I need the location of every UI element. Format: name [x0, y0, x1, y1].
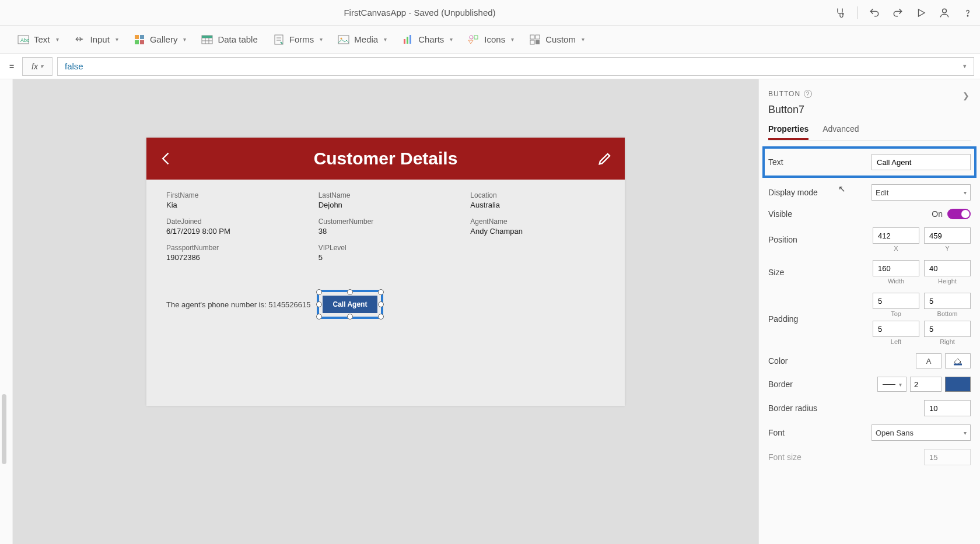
- field-value: 19072386: [166, 253, 301, 266]
- svg-point-0: [842, 13, 844, 14]
- ribbon-media[interactable]: Media▾: [338, 34, 387, 45]
- svg-point-24: [470, 36, 473, 39]
- ribbon-icons[interactable]: Icons▾: [468, 34, 514, 45]
- workspace: Customer Details FirstNameKia LastNameDe…: [0, 79, 980, 544]
- person-icon[interactable]: [938, 6, 951, 19]
- help-icon[interactable]: [961, 6, 974, 19]
- canvas-area[interactable]: Customer Details FirstNameKia LastNameDe…: [13, 79, 758, 544]
- insert-ribbon: Abc Text▾ Input▾ Gallery▾ Data table For…: [0, 26, 980, 54]
- chevron-down-icon: ▾: [40, 63, 43, 69]
- tab-advanced[interactable]: Advanced: [822, 124, 859, 140]
- equals-icon: =: [6, 62, 18, 71]
- field-value: Australia: [470, 201, 605, 214]
- text-icon: Abc: [18, 34, 29, 45]
- resize-handle[interactable]: [316, 289, 322, 295]
- field-value: 6/17/2019 8:00 PM: [166, 227, 301, 240]
- prop-label: Font size: [768, 452, 802, 462]
- prop-displaymode-row: Display mode Edit▾ ↖: [768, 180, 971, 205]
- play-icon[interactable]: [915, 6, 928, 19]
- border-style-select[interactable]: ▾: [877, 377, 907, 392]
- font-select[interactable]: Open Sans▾: [872, 424, 971, 441]
- formula-input[interactable]: false ▾: [57, 57, 974, 76]
- field-value: 5: [318, 253, 453, 266]
- padding-right-input[interactable]: [924, 321, 971, 337]
- prop-label: Color: [768, 356, 788, 366]
- screen-header: Customer Details: [146, 138, 625, 180]
- position-x-input[interactable]: [873, 227, 919, 244]
- field-label: VIPLevel: [318, 244, 453, 252]
- height-input[interactable]: [924, 260, 971, 276]
- prop-label: Padding: [768, 314, 798, 324]
- ribbon-charts[interactable]: Charts▾: [402, 34, 453, 45]
- resize-handle[interactable]: [347, 314, 353, 320]
- prop-label: Size: [768, 268, 784, 277]
- back-icon[interactable]: [158, 150, 174, 167]
- help-icon[interactable]: ?: [804, 90, 812, 98]
- prop-label: Border radius: [768, 403, 817, 413]
- call-agent-button[interactable]: Call Agent: [323, 296, 378, 313]
- diagnostics-icon[interactable]: [834, 6, 846, 19]
- resize-handle[interactable]: [378, 314, 384, 320]
- gallery-icon: [134, 34, 145, 45]
- padding-left-input[interactable]: [873, 321, 919, 337]
- edit-icon[interactable]: [597, 150, 613, 167]
- title-bar: FirstCanvasApp - Saved (Unpublished): [0, 0, 980, 26]
- font-size-input[interactable]: [924, 449, 971, 465]
- ribbon-custom[interactable]: Custom▾: [529, 34, 584, 45]
- resize-handle[interactable]: [378, 289, 384, 295]
- resize-handle[interactable]: [347, 289, 353, 295]
- field-value: Kia: [166, 201, 301, 214]
- resize-handle[interactable]: [378, 301, 384, 307]
- tab-properties[interactable]: Properties: [768, 124, 808, 140]
- fill-color-button[interactable]: [945, 353, 971, 368]
- redo-icon[interactable]: [891, 6, 904, 19]
- svg-rect-21: [404, 39, 405, 44]
- width-input[interactable]: [873, 260, 919, 276]
- ribbon-gallery[interactable]: Gallery▾: [134, 34, 187, 45]
- chevron-down-icon: ▾: [320, 36, 323, 43]
- scrollbar[interactable]: [2, 394, 6, 464]
- selection-outline[interactable]: Call Agent: [317, 290, 384, 319]
- prop-text-row: Text: [765, 149, 974, 176]
- resize-handle[interactable]: [316, 314, 322, 320]
- undo-icon[interactable]: [868, 6, 881, 19]
- padding-top-input[interactable]: [873, 293, 919, 309]
- agent-phone-text: The agent's phone number is: 5145526615: [166, 300, 311, 309]
- field-label: LastName: [318, 191, 453, 199]
- expand-icon[interactable]: ▾: [963, 62, 967, 70]
- svg-rect-28: [536, 35, 540, 39]
- svg-text:Abc: Abc: [20, 37, 29, 43]
- resize-handle[interactable]: [316, 301, 322, 307]
- svg-rect-9: [140, 40, 144, 44]
- field-label: FirstName: [166, 191, 301, 199]
- displaymode-select[interactable]: Edit▾: [872, 184, 971, 201]
- svg-rect-22: [407, 37, 408, 44]
- chevron-down-icon: ▾: [183, 36, 186, 43]
- chevron-down-icon: ▾: [56, 36, 59, 43]
- chevron-down-icon: ▾: [450, 36, 453, 43]
- font-color-button[interactable]: A: [916, 353, 942, 368]
- visible-toggle[interactable]: [947, 209, 971, 219]
- svg-rect-8: [135, 40, 139, 44]
- border-width-input[interactable]: [910, 377, 942, 392]
- padding-bottom-input[interactable]: [924, 293, 971, 309]
- text-input[interactable]: [872, 154, 971, 170]
- svg-marker-26: [468, 40, 473, 44]
- charts-icon: [402, 34, 414, 45]
- ribbon-input[interactable]: Input▾: [74, 34, 118, 45]
- ribbon-text[interactable]: Abc Text▾: [18, 34, 59, 45]
- field-value: Dejohn: [318, 201, 453, 214]
- prop-visible-row: Visible On: [768, 205, 971, 223]
- border-color-button[interactable]: [945, 377, 971, 392]
- prop-tabs: Properties Advanced: [768, 124, 971, 141]
- ribbon-forms[interactable]: Forms▾: [273, 34, 323, 45]
- ribbon-data-table[interactable]: Data table: [201, 34, 257, 45]
- field-value: 38: [318, 227, 453, 240]
- border-radius-input[interactable]: [924, 400, 971, 416]
- input-icon: [74, 34, 86, 45]
- position-y-input[interactable]: [924, 227, 971, 244]
- collapse-panel-icon[interactable]: ❯: [963, 91, 970, 100]
- fx-selector[interactable]: fx▾: [22, 57, 52, 76]
- custom-icon: [529, 34, 541, 45]
- svg-rect-25: [474, 36, 478, 39]
